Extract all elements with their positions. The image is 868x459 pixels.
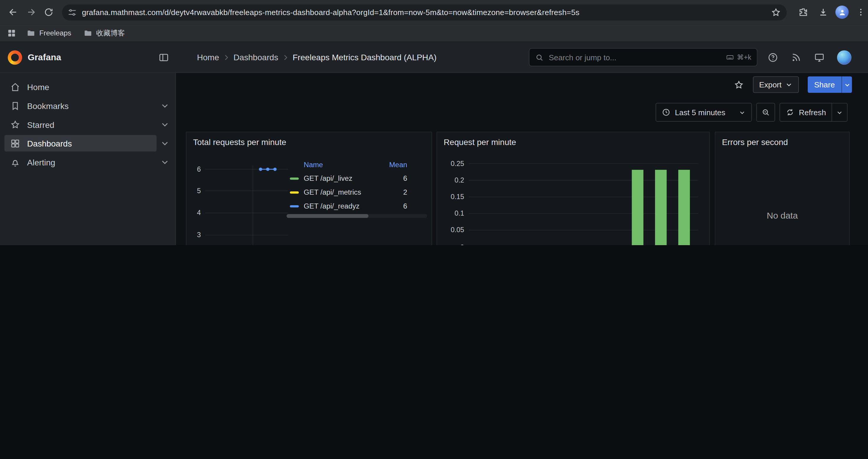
sidebar-item-home[interactable]: Home <box>0 77 176 96</box>
share-button[interactable]: Share <box>807 76 841 93</box>
time-range-label: Last 5 minutes <box>675 108 734 117</box>
series-name[interactable]: GET /api/_metrics <box>304 188 361 196</box>
legend-header-mean[interactable]: Mean <box>374 160 427 168</box>
y-tick: 0.15 <box>437 193 464 201</box>
chevron-down-icon[interactable] <box>160 119 170 129</box>
zoom-out-icon <box>761 108 770 117</box>
refresh-button-group: Refresh <box>779 103 847 122</box>
dashboard-main: Export Share Last 5 minutes <box>176 73 868 245</box>
legend-header-name[interactable]: Name <box>286 160 374 168</box>
chevron-down-icon[interactable] <box>160 101 170 111</box>
panel-title[interactable]: Total requests per minute <box>186 132 432 149</box>
y-tick: 0.1 <box>437 210 464 218</box>
search-input[interactable]: Search or jump to... ⌘+k <box>529 48 757 66</box>
bookmarks-bar: Freeleaps 收藏博客 <box>0 24 868 42</box>
extensions-puzzle-icon <box>798 7 808 17</box>
rss-icon[interactable] <box>790 52 802 63</box>
chevron-right-icon <box>222 54 230 61</box>
refresh-label: Refresh <box>799 108 826 117</box>
refresh-icon <box>785 108 795 117</box>
sidebar-item-alerting[interactable]: Alerting <box>0 153 176 172</box>
display-icon[interactable] <box>814 52 825 63</box>
browser-profile-avatar[interactable] <box>836 6 849 19</box>
no-data-message: No data <box>715 210 849 221</box>
breadcrumb-current: Freeleaps Metrics Dashboard (ALPHA) <box>292 53 436 62</box>
breadcrumb-dashboards[interactable]: Dashboards <box>234 53 278 62</box>
downloads-button[interactable] <box>815 4 831 20</box>
chevron-down-icon <box>739 109 746 116</box>
time-toolbar: Last 5 minutes Refresh <box>176 93 868 132</box>
url-text[interactable]: grafana.mathmast.com/d/deytv4rwavabkb/fr… <box>82 8 766 17</box>
extensions-button[interactable] <box>796 4 811 20</box>
series-mean: 2 <box>374 188 427 196</box>
panel-title[interactable]: Errors per second <box>715 132 849 149</box>
bookmark-folder-freeleaps[interactable]: Freeleaps <box>22 27 75 39</box>
sidebar-item-label: Home <box>27 82 49 92</box>
series-swatch <box>290 177 299 179</box>
legend-row[interactable]: GET /api/_metrics 2 <box>286 185 427 199</box>
share-menu-button[interactable] <box>841 76 852 93</box>
breadcrumb-home[interactable]: Home <box>197 53 219 62</box>
search-placeholder: Search or jump to... <box>549 53 726 62</box>
grafana-topnav: Home Dashboards Freeleaps Metrics Dashbo… <box>176 42 868 72</box>
sidebar-item-dashboards[interactable]: Dashboards <box>0 134 176 153</box>
panel-title[interactable]: Request per minute <box>437 132 709 149</box>
line-chart <box>205 165 288 245</box>
star-icon <box>10 119 21 130</box>
download-icon <box>818 7 829 17</box>
browser-menu-button[interactable] <box>853 4 868 20</box>
legend-scrollbar[interactable] <box>286 214 427 218</box>
legend-row[interactable]: GET /api/_readyz 6 <box>286 199 427 213</box>
help-icon[interactable] <box>767 52 778 63</box>
bookmark-folder-blogs[interactable]: 收藏博客 <box>79 26 129 40</box>
chevron-down-icon[interactable] <box>160 157 170 167</box>
dashboards-grid-icon <box>10 138 21 149</box>
person-icon <box>838 8 846 16</box>
time-range-picker[interactable]: Last 5 minutes <box>656 103 752 122</box>
site-info-icon[interactable] <box>67 7 77 17</box>
brand-name: Grafana <box>28 52 61 62</box>
chevron-down-icon[interactable] <box>160 138 170 148</box>
back-button[interactable] <box>6 4 21 20</box>
grafana-user-avatar[interactable] <box>837 50 851 64</box>
bookmark-star-icon[interactable] <box>771 7 781 18</box>
sidebar-item-label: Bookmarks <box>27 101 69 110</box>
y-tick: 5 <box>186 187 201 195</box>
arrow-right-icon <box>26 7 36 17</box>
forward-button[interactable] <box>23 4 39 20</box>
sidebar-collapse-icon[interactable] <box>158 52 169 63</box>
browser-toolbar: grafana.mathmast.com/d/deytv4rwavabkb/fr… <box>0 0 868 24</box>
panel-grid: Total requests per minute 6 5 4 3 2 17:4… <box>176 132 868 245</box>
series-swatch <box>290 191 299 193</box>
sidebar-item-label: Alerting <box>27 157 55 167</box>
chevron-down-icon <box>836 109 843 116</box>
sidebar-item-bookmarks[interactable]: Bookmarks <box>0 96 176 115</box>
sidebar-item-label: Dashboards <box>27 138 72 148</box>
dashboard-actions-row: Export Share <box>176 73 868 93</box>
y-tick: 0.2 <box>437 176 464 184</box>
series-name[interactable]: GET /api/_readyz <box>304 202 360 210</box>
export-button[interactable]: Export <box>753 76 799 93</box>
sidebar-item-label: Starred <box>27 120 54 129</box>
refresh-interval-button[interactable] <box>832 103 847 122</box>
share-button-group: Share <box>807 76 852 93</box>
zoom-out-button[interactable] <box>756 103 775 122</box>
browser-actions <box>796 4 868 20</box>
grafana-logo[interactable] <box>8 50 22 64</box>
legend-header-row: Name Mean <box>286 157 427 172</box>
sidebar-item-starred[interactable]: Starred <box>0 115 176 134</box>
arrow-left-icon <box>8 7 18 17</box>
series-name[interactable]: GET /api/_livez <box>304 174 352 183</box>
reload-button[interactable] <box>41 4 56 20</box>
panel-errors-per-second: Errors per second No data <box>715 132 850 245</box>
apps-grid-icon[interactable] <box>6 28 17 38</box>
chevron-down-icon <box>785 80 793 88</box>
favorite-dashboard-button[interactable] <box>734 79 744 90</box>
refresh-button[interactable]: Refresh <box>779 103 832 122</box>
y-tick: 6 <box>186 165 201 173</box>
series-2xx-bars <box>632 170 690 245</box>
address-bar[interactable]: grafana.mathmast.com/d/deytv4rwavabkb/fr… <box>62 4 787 20</box>
legend-row[interactable]: GET /api/_livez 6 <box>286 172 427 186</box>
bookmark-label: 收藏博客 <box>96 28 125 38</box>
series-readyz <box>259 167 277 171</box>
